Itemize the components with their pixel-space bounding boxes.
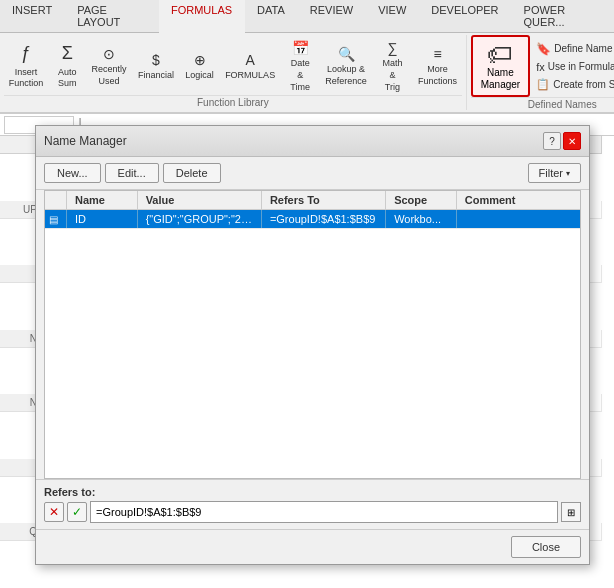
financial-icon: $ — [152, 51, 160, 69]
col-scope: Scope — [386, 191, 457, 209]
close-dialog-button[interactable]: Close — [511, 536, 581, 558]
confirm-refers-to-button[interactable]: ✓ — [67, 502, 87, 522]
define-name-label: Define Name ▾ — [554, 43, 614, 54]
function-library-group: ƒ InsertFunction Σ AutoSum ⊙ RecentlyUse… — [0, 35, 467, 110]
new-button[interactable]: New... — [44, 163, 101, 183]
autosum-label: AutoSum — [58, 67, 77, 90]
dialog-controls: ? ✕ — [543, 132, 581, 150]
table-row[interactable]: ▤ ID {"GID";"GROUP";"2",... =GroupID!$A$… — [45, 210, 580, 229]
insert-fn-icon: ƒ — [21, 42, 31, 65]
table-header: Name Value Refers To Scope Comment — [45, 191, 580, 210]
create-selection-icon: 📋 — [536, 78, 550, 91]
main-container: INSERT PAGE LAYOUT FORMULAS DATA REVIEW … — [0, 0, 614, 588]
col-name: Name — [67, 191, 138, 209]
dialog-titlebar: Name Manager ? ✕ — [36, 126, 589, 157]
function-library-label: Function Library — [4, 95, 462, 108]
tab-power-query[interactable]: POWER QUER... — [512, 0, 614, 32]
create-from-selection-button[interactable]: 📋 Create from Selection — [532, 76, 614, 93]
financial-button[interactable]: $ Financial — [133, 37, 178, 95]
filter-label: Filter — [539, 167, 563, 179]
defined-names-label: Defined Names — [471, 97, 614, 110]
autosum-button[interactable]: Σ AutoSum — [50, 37, 85, 95]
insert-fn-label: InsertFunction — [9, 67, 44, 90]
text-icon: A — [245, 51, 254, 69]
lookup-button[interactable]: 🔍 Lookup &Reference — [321, 37, 372, 95]
func-lib-buttons: ƒ InsertFunction Σ AutoSum ⊙ RecentlyUse… — [4, 37, 462, 95]
tab-formulas[interactable]: FORMULAS — [159, 0, 245, 33]
name-manager-dialog: Name Manager ? ✕ New... Edit... Delete F… — [35, 125, 590, 565]
name-manager-button[interactable]: 🏷 NameManager — [471, 35, 530, 97]
refers-to-label: Refers to: — [44, 486, 581, 498]
row-scope: Workbo... — [386, 210, 457, 228]
create-from-selection-label: Create from Selection — [553, 79, 614, 90]
financial-label: Financial — [138, 70, 174, 82]
math-button[interactable]: ∑ Math &Trig — [373, 37, 411, 95]
dialog-close-button[interactable]: ✕ — [563, 132, 581, 150]
ribbon-tabs: INSERT PAGE LAYOUT FORMULAS DATA REVIEW … — [0, 0, 614, 33]
define-name-icon: 🔖 — [536, 42, 551, 56]
delete-button[interactable]: Delete — [163, 163, 221, 183]
tab-data[interactable]: DATA — [245, 0, 298, 32]
tab-insert[interactable]: INSERT — [0, 0, 65, 32]
lookup-icon: 🔍 — [338, 45, 355, 63]
define-name-button[interactable]: 🔖 Define Name ▾ — [532, 40, 614, 58]
more-functions-button[interactable]: ≡ MoreFunctions — [413, 37, 461, 95]
ribbon: INSERT PAGE LAYOUT FORMULAS DATA REVIEW … — [0, 0, 614, 113]
autosum-icon: Σ — [62, 42, 73, 65]
use-in-formula-label: Use in Formula ▾ — [548, 61, 614, 72]
filter-dropdown-icon: ▾ — [566, 169, 570, 178]
defined-names-small-buttons: 🔖 Define Name ▾ fx Use in Formula ▾ 📋 Cr… — [532, 35, 614, 97]
logical-button[interactable]: ⊕ Logical — [181, 37, 219, 95]
recently-used-icon: ⊙ — [103, 45, 115, 63]
expand-refers-to-button[interactable]: ⊞ — [561, 502, 581, 522]
more-fn-label: MoreFunctions — [418, 64, 457, 87]
date-time-button[interactable]: 📅 Date &Time — [282, 37, 319, 95]
text-button[interactable]: A FORMULAS — [221, 37, 280, 95]
more-fn-icon: ≡ — [433, 45, 441, 63]
col-value: Value — [138, 191, 262, 209]
dialog-toolbar: New... Edit... Delete Filter ▾ — [36, 157, 589, 190]
logical-label: Logical — [185, 70, 214, 82]
recently-used-button[interactable]: ⊙ RecentlyUsed — [87, 37, 131, 95]
refers-to-section: Refers to: ✕ ✓ ⊞ — [36, 479, 589, 529]
cancel-refers-to-button[interactable]: ✕ — [44, 502, 64, 522]
date-time-icon: 📅 — [292, 39, 309, 57]
refers-to-input[interactable] — [90, 501, 558, 523]
logical-icon: ⊕ — [194, 51, 206, 69]
defined-names-group: 🏷 NameManager 🔖 Define Name ▾ fx Use in … — [467, 35, 614, 110]
tab-review[interactable]: REVIEW — [298, 0, 366, 32]
refers-to-input-row: ✕ ✓ ⊞ — [44, 501, 581, 523]
name-manager-icon: 🏷 — [487, 41, 513, 67]
use-formula-icon: fx — [536, 61, 545, 73]
recently-used-label: RecentlyUsed — [92, 64, 127, 87]
lookup-label: Lookup &Reference — [325, 64, 367, 87]
insert-function-button[interactable]: ƒ InsertFunction — [4, 37, 48, 95]
dialog-footer: Close — [36, 529, 589, 564]
date-time-label: Date &Time — [287, 58, 314, 93]
row-comment — [457, 210, 580, 228]
tab-developer[interactable]: DEVELOPER — [419, 0, 511, 32]
tab-page-layout[interactable]: PAGE LAYOUT — [65, 0, 159, 32]
row-name: ID — [67, 210, 138, 228]
math-label: Math &Trig — [378, 58, 406, 93]
col-comment: Comment — [457, 191, 580, 209]
ribbon-content: ƒ InsertFunction Σ AutoSum ⊙ RecentlyUse… — [0, 33, 614, 113]
names-table: Name Value Refers To Scope Comment ▤ ID … — [44, 190, 581, 479]
math-icon: ∑ — [387, 39, 397, 57]
col-refers-to: Refers To — [262, 191, 386, 209]
use-in-formula-button[interactable]: fx Use in Formula ▾ — [532, 59, 614, 75]
edit-button[interactable]: Edit... — [105, 163, 159, 183]
text-label: FORMULAS — [225, 70, 275, 82]
tab-view[interactable]: VIEW — [366, 0, 419, 32]
row-value: {"GID";"GROUP";"2",... — [138, 210, 262, 228]
name-manager-label: NameManager — [481, 67, 520, 91]
dialog-title: Name Manager — [44, 134, 127, 148]
filter-button[interactable]: Filter ▾ — [528, 163, 581, 183]
dialog-help-button[interactable]: ? — [543, 132, 561, 150]
row-refers-to: =GroupID!$A$1:$B$9 — [262, 210, 386, 228]
